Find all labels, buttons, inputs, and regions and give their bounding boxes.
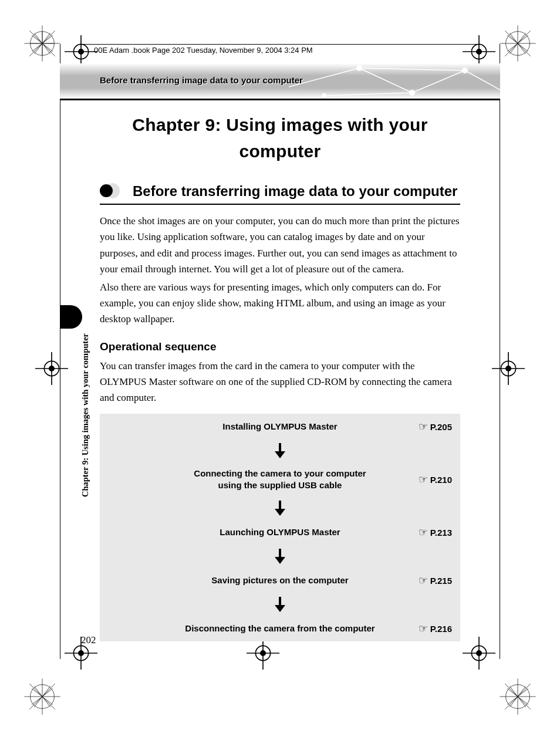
svg-line-68	[412, 70, 465, 93]
step-label: Launching OLYMPUS Master	[220, 526, 340, 538]
svg-line-67	[359, 68, 412, 93]
sequence-step: Installing OLYMPUS Master ☞ P.205	[100, 414, 460, 440]
svg-line-14	[505, 31, 531, 56]
thumb-tab	[60, 305, 82, 329]
svg-point-51	[477, 651, 481, 655]
body-paragraph: You can transfer images from the card in…	[100, 358, 460, 406]
page-reference: ☞ P.215	[419, 574, 452, 587]
svg-line-17	[510, 33, 525, 53]
registration-mark-icon	[22, 23, 62, 63]
registration-mark-icon	[498, 677, 538, 717]
svg-point-42	[471, 44, 486, 59]
step-label: Disconnecting the camera from the comput…	[185, 623, 375, 634]
frame-line	[500, 44, 500, 659]
sequence-arrow	[100, 593, 460, 616]
pointer-icon: ☞	[419, 473, 428, 486]
svg-point-0	[31, 32, 55, 56]
document-meta: 00E Adam .book Page 202 Tuesday, Novembe…	[94, 46, 313, 55]
chapter-title: Chapter 9: Using images with your comput…	[100, 111, 460, 164]
crop-mark-icon	[463, 637, 495, 670]
page-reference: ☞ P.213	[419, 526, 452, 539]
registration-mark-icon	[498, 23, 538, 63]
svg-line-28	[32, 688, 52, 704]
section-title: Before transferring image data to your c…	[133, 182, 457, 200]
header-network-icon	[289, 63, 500, 99]
svg-point-58	[501, 361, 515, 376]
svg-point-72	[356, 65, 362, 71]
sequence-diagram: Installing OLYMPUS Master ☞ P.205 Connec…	[100, 414, 460, 641]
step-label: Saving pictures on the computer	[211, 575, 348, 586]
svg-line-25	[34, 686, 50, 707]
body-paragraph: Also there are various ways for presenti…	[100, 279, 460, 327]
registration-mark-icon	[22, 677, 62, 717]
svg-point-50	[471, 646, 486, 660]
subheading: Operational sequence	[100, 340, 460, 353]
svg-line-10	[32, 35, 52, 51]
svg-point-62	[255, 646, 270, 660]
page-reference: ☞ P.216	[419, 622, 452, 635]
section-heading: Before transferring image data to your c…	[100, 182, 460, 205]
running-header: Before transferring image data to your c…	[100, 75, 303, 85]
page-number: 202	[81, 634, 96, 646]
svg-line-7	[34, 33, 50, 53]
pointer-icon: ☞	[419, 420, 428, 433]
svg-line-34	[510, 686, 525, 707]
svg-line-23	[29, 684, 55, 709]
svg-line-32	[505, 684, 531, 709]
crop-mark-icon	[247, 637, 279, 670]
page-ref-text: P.216	[430, 624, 452, 634]
header-rule	[60, 99, 500, 100]
sequence-step: Disconnecting the camera from the comput…	[100, 616, 460, 641]
svg-point-55	[49, 366, 54, 371]
svg-line-33	[505, 684, 531, 709]
svg-line-71	[359, 68, 465, 70]
step-label: Connecting the camera to your computer u…	[194, 468, 366, 492]
frame-line	[80, 44, 480, 45]
sequence-arrow	[100, 440, 460, 462]
page-ref-text: P.213	[430, 528, 452, 538]
crop-mark-icon	[492, 352, 525, 385]
page-reference: ☞ P.210	[419, 473, 452, 486]
svg-point-46	[73, 646, 88, 660]
svg-point-11	[506, 32, 530, 56]
svg-line-24	[29, 684, 55, 709]
svg-point-73	[409, 90, 415, 96]
svg-point-39	[79, 49, 83, 54]
page-ref-text: P.215	[430, 576, 452, 586]
svg-line-16	[510, 33, 525, 53]
frame-line	[60, 44, 60, 659]
sequence-arrow	[100, 497, 460, 519]
page-ref-text: P.205	[430, 422, 452, 432]
page-content: Chapter 9: Using images with your comput…	[100, 111, 460, 641]
page-ref-text: P.210	[430, 475, 452, 485]
sequence-step: Launching OLYMPUS Master ☞ P.213	[100, 519, 460, 545]
svg-line-4	[29, 31, 55, 56]
body-paragraph: Once the shot images are on your compute…	[100, 213, 460, 277]
header-band: Before transferring image data to your c…	[60, 63, 500, 99]
svg-point-63	[261, 651, 265, 655]
svg-point-43	[477, 49, 481, 54]
svg-point-75	[322, 93, 326, 98]
svg-line-26	[34, 686, 50, 707]
pointer-icon: ☞	[419, 622, 428, 635]
sequence-step: Connecting the camera to your computer u…	[100, 462, 460, 497]
side-chapter-label: Chapter 9: Using images with your comput…	[81, 333, 90, 497]
svg-line-15	[505, 31, 531, 56]
svg-line-9	[32, 35, 52, 51]
page-reference: ☞ P.205	[419, 420, 452, 433]
svg-line-36	[507, 688, 528, 704]
svg-line-3	[29, 31, 55, 56]
svg-line-69	[465, 70, 500, 90]
pointer-icon: ☞	[419, 526, 428, 539]
svg-point-74	[462, 67, 468, 73]
step-label: Installing OLYMPUS Master	[222, 421, 337, 432]
svg-point-38	[73, 44, 88, 59]
svg-point-29	[506, 685, 530, 709]
sequence-step: Saving pictures on the computer ☞ P.215	[100, 567, 460, 593]
pointer-icon: ☞	[419, 574, 428, 587]
svg-point-54	[44, 361, 59, 376]
svg-line-35	[510, 686, 525, 707]
svg-line-18	[507, 35, 528, 51]
svg-line-70	[324, 93, 412, 96]
svg-line-27	[32, 688, 52, 704]
